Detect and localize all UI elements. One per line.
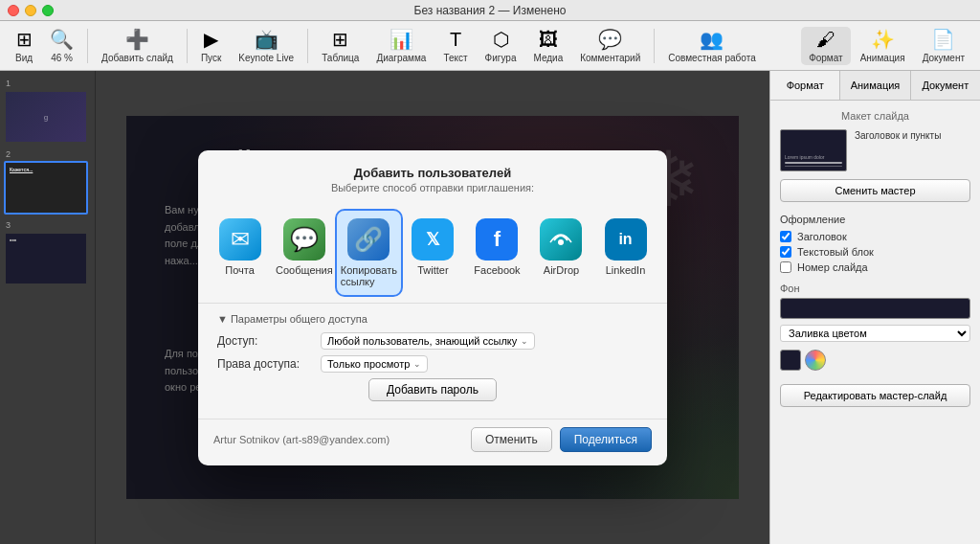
master-thumbnail: Lorem ipsum dolor: [780, 129, 847, 171]
access-select[interactable]: Любой пользователь, знающий ссылку ⌄: [321, 332, 535, 350]
master-name: Заголовок и пункты: [855, 129, 941, 143]
footer-actions: Отменить Поделиться: [471, 427, 652, 452]
share-messages[interactable]: 💬 Сообщения: [272, 211, 337, 295]
checkbox-text-row: Текстовый блок: [780, 246, 970, 258]
separator2: [187, 29, 188, 63]
linkedin-label: LinkedIn: [606, 264, 646, 276]
separator4: [654, 29, 655, 63]
view-icon: ⊞: [16, 28, 33, 51]
design-section-label: Оформление: [780, 214, 970, 225]
rights-label: Права доступа:: [217, 357, 313, 371]
modal-overlay: Добавить пользователей Выберите способ о…: [96, 71, 769, 544]
minimize-button[interactable]: [25, 5, 36, 16]
color-swatch[interactable]: [780, 350, 801, 371]
window-title: Без названия 2 — Изменено: [414, 4, 567, 17]
share-modal: Добавить пользователей Выберите способ о…: [198, 150, 667, 465]
share-twitter[interactable]: 𝕏 Twitter: [401, 211, 465, 295]
bg-section-label: Фон: [780, 283, 800, 294]
titlebar: Без названия 2 — Изменено: [0, 0, 980, 21]
media-button[interactable]: 🖼 Медиа: [525, 27, 570, 65]
checkbox-title-label: Заголовок: [797, 231, 847, 242]
slide-thumb-1[interactable]: 1 g: [4, 79, 91, 144]
copy-label: Копировать ссылку: [341, 264, 397, 287]
bg-section: Фон Заливка цветом: [780, 283, 970, 371]
traffic-lights: [8, 5, 54, 16]
text-button[interactable]: T Текст: [435, 27, 475, 65]
main-layout: 1 g 2 Кажется... 3 ■■■: [0, 71, 980, 544]
bg-fill-row: Заливка цветом: [780, 325, 970, 342]
change-master-button[interactable]: Сменить мастер: [780, 179, 970, 202]
bg-fill-select[interactable]: Заливка цветом: [780, 325, 970, 342]
messages-label: Сообщения: [276, 264, 333, 276]
rights-row: Права доступа: Только просмотр ⌄: [217, 355, 648, 373]
share-airdrop[interactable]: AirDrop: [529, 211, 593, 295]
access-row: Доступ: Любой пользователь, знающий ссыл…: [217, 332, 648, 350]
access-chevron-icon: ⌄: [521, 336, 528, 346]
tab-doc[interactable]: Документ: [911, 71, 980, 100]
collab-button[interactable]: 👥 Совместная работа: [660, 26, 764, 65]
table-icon: ⊞: [332, 28, 348, 51]
comment-button[interactable]: 💬 Комментарий: [572, 26, 648, 65]
svg-point-0: [558, 239, 564, 245]
maximize-button[interactable]: [42, 5, 54, 16]
airdrop-label: AirDrop: [544, 264, 579, 276]
tab-format[interactable]: Формат: [770, 71, 840, 100]
zoom-button[interactable]: 🔍 46 %: [42, 26, 81, 65]
add-slide-icon: ➕: [125, 28, 149, 51]
share-mail[interactable]: ✉ Почта: [208, 211, 272, 295]
share-options: ▼ Параметры общего доступа Доступ: Любой…: [198, 304, 667, 419]
view-button[interactable]: ⊞ Вид: [8, 26, 40, 65]
cancel-button[interactable]: Отменить: [471, 427, 552, 452]
checkbox-text[interactable]: [780, 246, 791, 258]
modal-title: Добавить пользователей: [213, 166, 652, 180]
share-facebook[interactable]: f Facebook: [465, 211, 529, 295]
doc-tab[interactable]: 📄 Документ: [915, 26, 972, 65]
table-button[interactable]: ⊞ Таблица: [314, 26, 367, 65]
rights-chevron-icon: ⌄: [413, 359, 421, 369]
linkedin-icon: in: [605, 218, 647, 261]
right-tabs: Формат Анимация Документ: [770, 71, 980, 101]
keynote-live-button[interactable]: 📺 Keynote Live: [231, 26, 301, 65]
add-password-button[interactable]: Добавить пароль: [368, 378, 497, 401]
edit-master-button[interactable]: Редактировать мастер-слайд: [780, 384, 970, 407]
chart-icon: 📊: [390, 28, 413, 51]
rights-select[interactable]: Только просмотр ⌄: [321, 355, 428, 373]
play-button[interactable]: ▶ Пуск: [193, 26, 229, 65]
facebook-label: Facebook: [474, 264, 520, 276]
checkbox-slidenum-row: Номер слайда: [780, 261, 970, 273]
separator3: [307, 29, 308, 63]
twitter-label: Twitter: [417, 264, 448, 276]
close-button[interactable]: [8, 5, 19, 16]
share-icons-row: ✉ Почта 💬 Сообщения 🔗 Копировать ссылку …: [198, 207, 667, 304]
options-title[interactable]: ▼ Параметры общего доступа: [217, 313, 648, 325]
zoom-icon: 🔍: [50, 28, 74, 51]
slide-thumb-3[interactable]: 3 ■■■: [4, 220, 91, 285]
color-circle-row: [780, 350, 970, 371]
messages-icon: 💬: [283, 218, 325, 261]
modal-subtitle: Выберите способ отправки приглашения:: [213, 182, 652, 193]
tab-animate[interactable]: Анимация: [840, 71, 910, 100]
share-linkedin[interactable]: in LinkedIn: [593, 211, 657, 295]
checkbox-text-label: Текстовый блок: [797, 246, 874, 258]
slide-thumb-2[interactable]: 2 Кажется...: [4, 149, 91, 215]
facebook-icon: f: [476, 218, 518, 261]
separator: [87, 29, 88, 63]
checkbox-title[interactable]: [780, 231, 791, 242]
mail-label: Почта: [225, 264, 255, 276]
rights-value: Только просмотр: [327, 358, 410, 370]
access-value: Любой пользователь, знающий ссылку: [327, 335, 517, 347]
share-copy[interactable]: 🔗 Копировать ссылку: [337, 211, 401, 295]
animate-tab[interactable]: ✨ Анимация: [853, 26, 913, 65]
slide-panel: 1 g 2 Кажется... 3 ■■■: [0, 71, 96, 544]
checkbox-slidenum[interactable]: [780, 261, 791, 273]
share-button[interactable]: Поделиться: [560, 427, 652, 452]
shape-button[interactable]: ⬡ Фигура: [478, 26, 524, 65]
comment-icon: 💬: [598, 28, 622, 51]
format-tab[interactable]: 🖌 Формат: [801, 27, 851, 65]
chart-button[interactable]: 📊 Диаграмма: [368, 26, 434, 65]
gradient-picker[interactable]: [805, 350, 826, 371]
keynote-live-icon: 📺: [255, 28, 278, 51]
airdrop-icon: [540, 218, 582, 261]
add-slide-button[interactable]: ➕ Добавить слайд: [94, 26, 181, 65]
master-preview: Lorem ipsum dolor Заголовок и пункты: [780, 129, 970, 171]
